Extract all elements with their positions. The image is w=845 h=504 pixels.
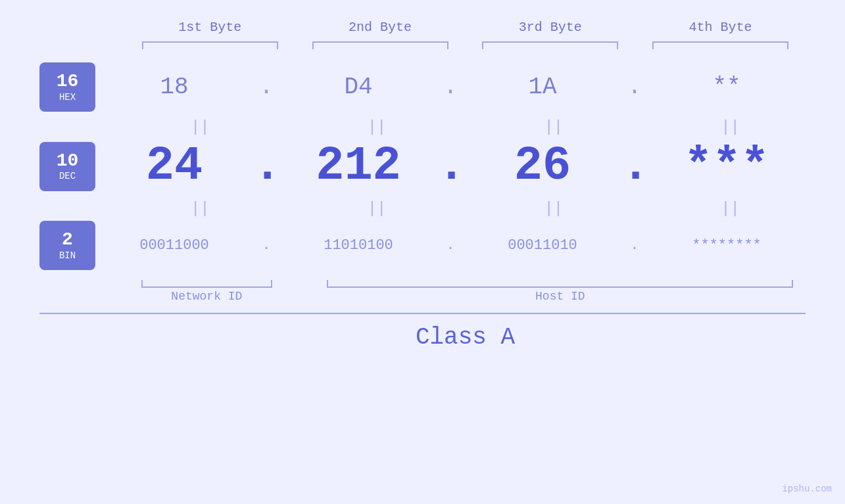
bracket-cell-1 bbox=[125, 41, 295, 49]
dec-val-2: 212 bbox=[279, 139, 437, 193]
hex-dot-2: . bbox=[437, 74, 464, 101]
hex-val-1: 18 bbox=[95, 74, 253, 101]
bin-dot-3: . bbox=[621, 237, 648, 254]
equals-row-2: || || || || bbox=[39, 200, 806, 218]
bottom-brackets-row bbox=[39, 280, 806, 288]
class-label: Class A bbox=[125, 324, 806, 351]
host-id-label: Host ID bbox=[315, 290, 806, 303]
dec-badge-label: DEC bbox=[59, 171, 76, 181]
hex-val-2: D4 bbox=[279, 74, 437, 101]
main-container: 1st Byte 2nd Byte 3rd Byte 4th Byte 16 H… bbox=[0, 0, 845, 504]
equals-row-1: || || || || bbox=[39, 118, 806, 136]
top-brackets-row bbox=[39, 41, 806, 49]
network-id-label: Network ID bbox=[125, 290, 289, 303]
id-spacer bbox=[289, 290, 315, 303]
byte-header-3: 3rd Byte bbox=[466, 20, 636, 35]
top-bracket-2 bbox=[312, 41, 448, 49]
hex-badge-label: HEX bbox=[59, 92, 76, 103]
bin-badge-label: BIN bbox=[59, 250, 76, 261]
watermark: ipshu.com bbox=[782, 484, 832, 494]
hex-values-cells: 18 . D4 . 1A . ** bbox=[95, 74, 806, 101]
byte-header-1: 1st Byte bbox=[125, 20, 295, 35]
dec-val-1: 24 bbox=[95, 139, 253, 193]
byte-header-4: 4th Byte bbox=[635, 20, 806, 35]
class-row: Class A bbox=[39, 313, 806, 351]
dec-values-cells: 24 . 212 . 26 . *** bbox=[95, 139, 806, 193]
bin-val-2: 11010100 bbox=[279, 237, 437, 254]
bin-badge-number: 2 bbox=[62, 230, 73, 250]
bin-values-cells: 00011000 . 11010100 . 00011010 . *******… bbox=[95, 237, 806, 254]
id-labels-row: Network ID Host ID bbox=[39, 290, 806, 303]
bracket-spacer-1 bbox=[289, 280, 315, 288]
host-bracket bbox=[327, 280, 793, 288]
equals-2-3: || bbox=[479, 200, 629, 218]
equals-2-4: || bbox=[655, 200, 806, 218]
dec-dot-3: . bbox=[621, 139, 648, 193]
hex-dot-3: . bbox=[621, 74, 648, 101]
dec-row: 10 DEC 24 . 212 . 26 . *** bbox=[39, 139, 806, 193]
bin-row: 2 BIN 00011000 . 11010100 . 00011010 . bbox=[39, 221, 806, 270]
equals-1-4: || bbox=[655, 118, 806, 136]
equals-1-3: || bbox=[479, 118, 629, 136]
bracket-cell-2 bbox=[295, 41, 466, 49]
dec-val-3: 26 bbox=[464, 139, 621, 193]
equals-1-2: || bbox=[302, 118, 452, 136]
bin-val-4: ******** bbox=[648, 237, 806, 254]
top-bracket-4 bbox=[652, 41, 788, 49]
byte-headers: 1st Byte 2nd Byte 3rd Byte 4th Byte bbox=[39, 20, 806, 35]
top-bracket-1 bbox=[142, 41, 278, 49]
network-bracket bbox=[141, 280, 272, 288]
hex-val-4: ** bbox=[648, 74, 806, 101]
bin-val-1: 00011000 bbox=[95, 237, 253, 254]
dec-dot-2: . bbox=[437, 139, 464, 193]
hex-row: 16 HEX 18 . D4 . 1A . ** bbox=[39, 62, 806, 112]
equals-2-2: || bbox=[302, 200, 452, 218]
hex-badge-number: 16 bbox=[57, 72, 79, 92]
equals-2-1: || bbox=[125, 200, 276, 218]
hex-dot-1: . bbox=[253, 74, 279, 101]
bin-dot-2: . bbox=[437, 237, 464, 254]
top-bracket-3 bbox=[482, 41, 618, 49]
equals-1-1: || bbox=[125, 118, 276, 136]
network-bracket-cell bbox=[125, 280, 289, 288]
hex-badge: 16 HEX bbox=[39, 62, 95, 112]
dec-dot-1: . bbox=[253, 139, 279, 193]
bin-badge: 2 BIN bbox=[39, 221, 95, 270]
hex-val-3: 1A bbox=[464, 74, 621, 101]
byte-header-2: 2nd Byte bbox=[295, 20, 466, 35]
bin-val-3: 00011010 bbox=[464, 237, 621, 254]
bin-dot-1: . bbox=[253, 237, 279, 254]
dec-badge-number: 10 bbox=[57, 151, 79, 172]
dec-val-4: *** bbox=[648, 139, 806, 193]
bracket-cell-3 bbox=[466, 41, 636, 49]
dec-badge: 10 DEC bbox=[39, 142, 95, 191]
bracket-cell-4 bbox=[635, 41, 806, 49]
host-bracket-cell bbox=[315, 280, 806, 288]
